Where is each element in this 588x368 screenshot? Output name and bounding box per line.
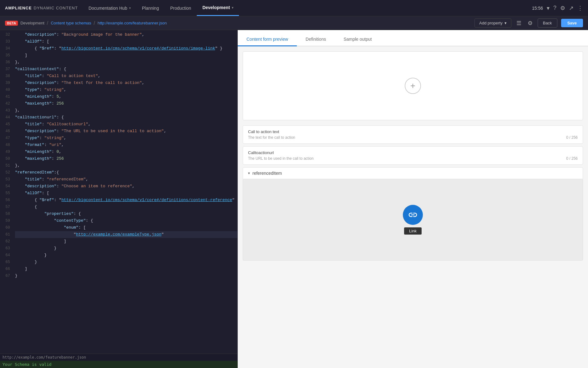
tab-content-form-preview[interactable]: Content form preview xyxy=(238,33,297,46)
table-row: 33 "allOf": [ xyxy=(0,38,237,45)
help-icon[interactable]: ? xyxy=(553,5,556,11)
table-row: 56 { "$ref": "http://bigcontent.io/cms/s… xyxy=(0,197,237,204)
chevron-down-icon: ▾ xyxy=(232,6,233,9)
nav-item-docs[interactable]: Documentation Hub ▾ xyxy=(83,0,136,16)
chevron-down-icon: ▾ xyxy=(129,6,131,10)
nav-right: 15:56 ▾ ? ⚙ ↗ ⋮ xyxy=(532,5,588,12)
clock-display: 15:56 xyxy=(532,6,543,11)
calltoactionurl-field: Calltoactionurl The URL to be used in th… xyxy=(243,146,583,165)
nav-item-production[interactable]: Production xyxy=(165,0,197,16)
table-row: 51}, xyxy=(0,162,237,169)
breadcrumb-actions: Add property ▾ ☰ ⚙ Back Save xyxy=(474,18,583,28)
brand-dynamic: DYNAMIC CONTENT xyxy=(34,6,78,10)
tab-sample-output[interactable]: Sample output xyxy=(335,33,380,46)
beta-badge: BETA xyxy=(5,21,18,26)
top-nav: AMPLIENCE DYNAMIC CONTENT Documentation … xyxy=(0,0,588,16)
table-row: 35 ] xyxy=(0,52,237,59)
table-row: 65 } xyxy=(0,259,237,266)
table-row: 44"calltoactionurl": { xyxy=(0,114,237,121)
table-row: 40 "type": "string", xyxy=(0,86,237,93)
chevron-down-icon: ▾ xyxy=(248,171,250,175)
breadcrumb-url[interactable]: http://example.com/featurebanner.json xyxy=(98,21,167,25)
table-row: 42 "maxLength": 256 xyxy=(0,100,237,107)
table-row: 66 ] xyxy=(0,266,237,272)
chevron-down-icon: ▾ xyxy=(504,21,507,25)
table-row: 61 "http://example.com/exampleType.json" xyxy=(0,231,237,238)
status-valid: Your Schema is valid xyxy=(0,361,237,368)
table-row: 63 } xyxy=(0,245,237,252)
table-row: 46 "description": "The URL to be used in… xyxy=(0,128,237,135)
brand: AMPLIENCE DYNAMIC CONTENT xyxy=(0,0,83,16)
list-view-icon[interactable]: ☰ xyxy=(515,18,523,28)
table-row: 49 "minLength": 0, xyxy=(0,148,237,155)
reference-card: Link xyxy=(243,179,583,261)
table-row: 57 { xyxy=(0,204,237,210)
filter-icon[interactable]: ⚙ xyxy=(526,18,534,28)
code-editor[interactable]: 32 "description": "Background image for … xyxy=(0,30,237,354)
referenced-item-section: ▾ referencedItem Link xyxy=(243,167,583,261)
calltoactionurl-counter: 0 / 256 xyxy=(566,156,578,161)
main-layout: 32 "description": "Background image for … xyxy=(0,30,588,368)
table-row: 32 "description": "Background image for … xyxy=(0,31,237,38)
editor-pane: 32 "description": "Background image for … xyxy=(0,30,238,368)
table-row: 53 "title": "referencedItem", xyxy=(0,176,237,183)
table-row: 47 "type": "string", xyxy=(0,135,237,142)
link-icon xyxy=(403,205,423,225)
table-row: 60 "enum": [ xyxy=(0,224,237,231)
call-to-action-hint: The text for the call to action xyxy=(248,135,295,140)
chevron-down-icon: ▾ xyxy=(547,5,550,12)
breadcrumb-sep2: / xyxy=(94,20,95,26)
tabs-bar: Content form preview Definitions Sample … xyxy=(238,30,588,46)
nav-items: Documentation Hub ▾ Planning Production … xyxy=(83,0,532,16)
referenced-item-header[interactable]: ▾ referencedItem xyxy=(243,167,583,179)
status-url: http://example.com/featurebanner.json xyxy=(0,354,237,361)
table-row: 62 ] xyxy=(0,238,237,245)
breadcrumb-bar: BETA Development / Content type schemas … xyxy=(0,16,588,30)
table-row: 64 } xyxy=(0,252,237,259)
table-row: 41 "minLength": 5, xyxy=(0,93,237,100)
table-row: 52"referencedItem":{ xyxy=(0,169,237,176)
call-to-action-field: Call to action text The text for the cal… xyxy=(243,125,583,144)
table-row: 36}, xyxy=(0,59,237,66)
tab-definitions[interactable]: Definitions xyxy=(297,33,335,46)
link-label: Link xyxy=(404,227,422,235)
apps-icon[interactable]: ⋮ xyxy=(577,5,583,12)
calltoactionurl-label: Calltoactionurl xyxy=(248,150,578,155)
logout-icon[interactable]: ↗ xyxy=(569,5,574,12)
table-row: 38 "title": "Call to action text", xyxy=(0,73,237,80)
add-property-button[interactable]: Add property ▾ xyxy=(474,18,511,28)
table-row: 58 "properties": { xyxy=(0,210,237,217)
referenced-item-label: referencedItem xyxy=(252,171,282,176)
call-to-action-label: Call to action text xyxy=(248,129,578,134)
table-row: 45 "title": "Calltoactionurl", xyxy=(0,121,237,128)
table-row: 67} xyxy=(0,272,237,279)
save-button[interactable]: Save xyxy=(561,19,583,27)
nav-item-development[interactable]: Development ▾ xyxy=(197,0,239,16)
right-pane: Content form preview Definitions Sample … xyxy=(238,30,588,368)
image-upload-area[interactable]: + xyxy=(243,51,583,120)
brand-amplience: AMPLIENCE xyxy=(5,6,32,10)
breadcrumb-development: Development xyxy=(20,21,44,25)
back-button[interactable]: Back xyxy=(538,18,557,28)
table-row: 50 "maxLength": 256 xyxy=(0,155,237,162)
table-row: 55 "allOf": [ xyxy=(0,190,237,197)
table-row: 37"calltoactiontext": { xyxy=(0,66,237,73)
breadcrumb-content-type[interactable]: Content type schemas xyxy=(51,21,91,25)
table-row: 48 "format": "uri", xyxy=(0,142,237,148)
breadcrumb-sep1: / xyxy=(47,20,48,26)
table-row: 39 "description": "The text for the call… xyxy=(0,80,237,86)
call-to-action-counter: 0 / 256 xyxy=(566,135,578,140)
settings-icon[interactable]: ⚙ xyxy=(560,5,565,12)
form-content: + Call to action text The text for the c… xyxy=(238,46,588,368)
add-image-button[interactable]: + xyxy=(405,78,421,94)
table-row: 59 "contentType": { xyxy=(0,217,237,224)
nav-item-planning[interactable]: Planning xyxy=(136,0,165,16)
table-row: 43}, xyxy=(0,107,237,114)
table-row: 34 { "$ref": "http://bigcontent.io/cms/s… xyxy=(0,45,237,52)
calltoactionurl-hint: The URL to be used in the call to action xyxy=(248,156,314,161)
table-row: 54 "description": "Choose an item to ref… xyxy=(0,183,237,190)
